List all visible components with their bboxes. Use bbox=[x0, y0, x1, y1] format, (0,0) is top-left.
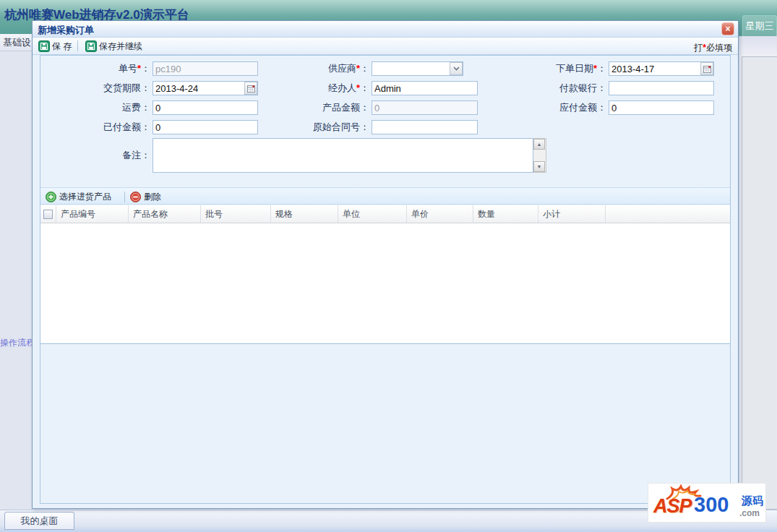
select-products-button[interactable]: 选择进货产品 bbox=[46, 190, 111, 203]
paid-amount-input[interactable] bbox=[153, 120, 258, 134]
handler-input[interactable] bbox=[372, 81, 478, 95]
remark-scrollbar[interactable]: ▲ ▼ bbox=[533, 138, 546, 173]
chevron-down-icon[interactable] bbox=[450, 62, 463, 75]
dialog-title: 新增采购订单 bbox=[38, 24, 94, 37]
right-panel bbox=[742, 56, 777, 510]
payable-amount-field[interactable] bbox=[609, 100, 714, 115]
watermark-300-text: 300 bbox=[694, 493, 729, 517]
supplier-label: 供应商*： bbox=[288, 61, 369, 76]
contract-no-input[interactable] bbox=[372, 120, 478, 134]
scroll-up-icon[interactable]: ▲ bbox=[533, 139, 545, 150]
remark-textarea[interactable] bbox=[153, 138, 533, 173]
select-all-checkbox[interactable] bbox=[40, 205, 56, 223]
column-header-empty bbox=[606, 205, 730, 223]
handler-field[interactable] bbox=[372, 81, 478, 95]
new-purchase-order-dialog: 新增采购订单 × 保 存 保存并继续 打*必填项 单号*： bbox=[32, 20, 739, 509]
product-grid-body[interactable] bbox=[40, 223, 730, 344]
select-products-label: 选择进货产品 bbox=[59, 191, 111, 203]
sidebar-panel bbox=[0, 51, 33, 510]
product-section-toolbar: 选择进货产品 删除 bbox=[40, 187, 730, 205]
freight-field[interactable] bbox=[153, 100, 258, 115]
contract-no-field[interactable] bbox=[372, 120, 478, 134]
calendar-icon[interactable] bbox=[700, 62, 713, 75]
calendar-icon[interactable] bbox=[244, 82, 257, 95]
toolbar-separator bbox=[124, 192, 125, 202]
column-header-product-code[interactable]: 产品编号 bbox=[56, 205, 129, 223]
delivery-due-label: 交货期限： bbox=[69, 81, 150, 95]
required-fields-hint: 打*必填项 bbox=[694, 42, 732, 54]
remark-label: 备注： bbox=[69, 148, 150, 163]
watermark-dotcom-text: .com bbox=[739, 508, 760, 518]
column-header-unit[interactable]: 单位 bbox=[338, 205, 407, 223]
watermark-yuanma-text: 源码 bbox=[742, 494, 763, 508]
save-floppy-icon bbox=[38, 40, 50, 52]
order-date-field[interactable] bbox=[609, 61, 714, 76]
product-amount-field bbox=[372, 100, 478, 115]
product-amount-label: 产品金额： bbox=[288, 100, 369, 115]
weekday-tab: 星期三 bbox=[742, 15, 777, 36]
order-no-label: 单号*： bbox=[69, 61, 150, 76]
paid-amount-field[interactable] bbox=[153, 120, 258, 134]
handler-label: 经办人*： bbox=[288, 81, 369, 95]
column-header-batch-no[interactable]: 批号 bbox=[201, 205, 271, 223]
delete-button-label: 删除 bbox=[144, 191, 161, 203]
order-date-input[interactable] bbox=[609, 61, 714, 76]
add-icon bbox=[46, 192, 56, 202]
save-and-continue-label: 保存并继续 bbox=[99, 40, 142, 53]
freight-label: 运费： bbox=[69, 100, 150, 115]
payment-bank-input[interactable] bbox=[609, 81, 714, 95]
scroll-down-icon[interactable]: ▼ bbox=[533, 161, 545, 172]
order-no-field bbox=[153, 61, 258, 76]
column-header-spec[interactable]: 规格 bbox=[271, 205, 338, 223]
sidebar-accordion-header[interactable]: 基础设 bbox=[0, 34, 33, 51]
taskbar-tab-my-desktop[interactable]: 我的桌面 bbox=[4, 512, 74, 530]
product-grid-header: 产品编号 产品名称 批号 规格 单位 单价 数量 小计 bbox=[40, 205, 730, 223]
product-amount-input bbox=[372, 100, 478, 115]
save-button[interactable]: 保 存 bbox=[36, 40, 74, 53]
toolbar-separator bbox=[77, 40, 78, 51]
asp300-watermark-logo: ASP 300 源码 .com bbox=[648, 483, 766, 523]
contract-no-label: 原始合同号： bbox=[288, 120, 369, 134]
sidebar-item-flow[interactable]: 操作流程 bbox=[0, 337, 33, 349]
delete-button[interactable]: 删除 bbox=[130, 190, 161, 203]
payable-amount-label: 应付金额： bbox=[525, 100, 606, 115]
supplier-select[interactable] bbox=[372, 61, 463, 76]
delete-icon bbox=[130, 192, 141, 202]
right-background-gradient bbox=[739, 36, 777, 56]
checkbox-icon bbox=[43, 210, 53, 219]
dialog-titlebar[interactable]: 新增采购订单 × bbox=[33, 21, 738, 38]
watermark-asp-text: ASP bbox=[653, 495, 692, 518]
dialog-content-panel: 单号*： 供应商*： 下单日期*： 交货期限： bbox=[40, 55, 731, 504]
save-continue-floppy-icon bbox=[85, 40, 97, 52]
delivery-due-field[interactable] bbox=[153, 81, 258, 95]
column-header-subtotal[interactable]: 小计 bbox=[538, 205, 606, 223]
save-and-continue-button[interactable]: 保存并继续 bbox=[83, 40, 145, 53]
close-icon[interactable]: × bbox=[721, 22, 734, 35]
dialog-toolbar: 保 存 保存并继续 打*必填项 bbox=[33, 38, 738, 55]
payment-bank-field[interactable] bbox=[609, 81, 714, 95]
payment-bank-label: 付款银行： bbox=[525, 81, 606, 95]
save-button-label: 保 存 bbox=[52, 40, 72, 53]
delivery-due-input[interactable] bbox=[153, 81, 258, 95]
order-date-label: 下单日期*： bbox=[525, 61, 606, 76]
paid-amount-label: 已付金额： bbox=[69, 120, 150, 134]
payable-amount-input[interactable] bbox=[609, 100, 714, 115]
freight-input[interactable] bbox=[153, 100, 258, 115]
column-header-quantity[interactable]: 数量 bbox=[473, 205, 538, 223]
column-header-unit-price[interactable]: 单价 bbox=[407, 205, 473, 223]
application-window: 杭州唯赛Web进销存v2.0演示平台 星期三 基础设 操作流程 我的桌面 新增采… bbox=[0, 0, 777, 532]
order-no-input bbox=[153, 61, 258, 76]
column-header-product-name[interactable]: 产品名称 bbox=[129, 205, 201, 223]
